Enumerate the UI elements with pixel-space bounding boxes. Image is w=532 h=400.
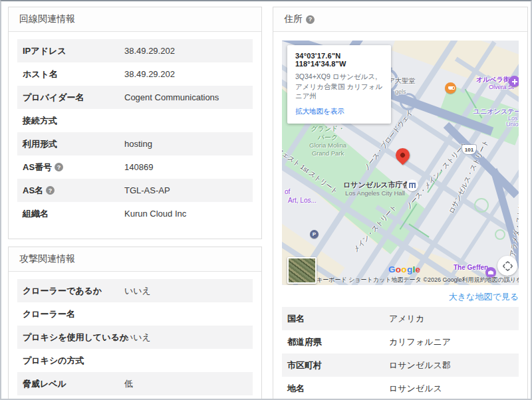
row-label: 市区町村 — [287, 359, 322, 371]
row-value: 低 — [124, 378, 133, 390]
row-value: 38.49.29.202 — [124, 46, 175, 56]
row-label: 地名 — [287, 383, 305, 395]
row-label: プロキシを使用しているか — [23, 332, 128, 344]
table-row: AS番号 140869 — [17, 155, 253, 179]
poi-label-geffen: The Geffen — [454, 264, 488, 271]
row-label: 脅威レベル — [23, 378, 66, 390]
row-value: ロサンゼルス郡 — [389, 359, 451, 371]
row-label: 利用形式 — [23, 138, 57, 150]
row-value: TGL-AS-AP — [124, 185, 170, 195]
row-value: カリフォルニア — [389, 336, 451, 348]
row-label: 都道府県 — [287, 336, 322, 348]
building-glyph — [409, 183, 416, 188]
help-icon[interactable] — [55, 163, 63, 171]
row-label: クローラー名 — [23, 308, 75, 320]
table-row: クローラーであるか いいえ — [17, 279, 253, 302]
table-row: 接続方式 — [17, 109, 253, 132]
row-value: Cogent Communications — [124, 92, 219, 102]
cross-glyph — [512, 79, 517, 84]
cafe-icon[interactable] — [445, 82, 456, 94]
row-value: アメリカ — [389, 313, 424, 325]
ip-info-page: 回線関連情報 IPアドレス 38.49.29.202 ホスト名 — [0, 0, 532, 400]
attribution-link[interactable]: 地図データ ©2026 Google — [391, 276, 462, 284]
row-label: AS番号 — [23, 161, 52, 173]
row-label: プロキシの方式 — [23, 355, 84, 367]
table-row: プロバイダー名 Cogent Communications — [17, 86, 253, 109]
plus-code-address: 3Q34+XQ9 ロサンゼルス, アメリカ合衆国 カリフォルニア州 — [295, 72, 383, 101]
row-value: hosting — [124, 139, 152, 149]
attribution-link[interactable]: 利用規約 — [462, 276, 486, 284]
line-info-card: 回線関連情報 IPアドレス 38.49.29.202 ホスト名 — [8, 7, 262, 239]
satellite-toggle[interactable] — [287, 257, 317, 284]
row-value: いいえ — [124, 332, 151, 344]
map-attribution: キーボード ショートカット地図データ ©2026 Google利用規約地図の誤り… — [317, 276, 517, 284]
address-header: 住所 — [273, 7, 527, 32]
table-row: 利用形式 hosting — [17, 132, 253, 155]
line-info-table: IPアドレス 38.49.29.202 ホスト名 38.49.29.202 — [9, 32, 261, 239]
table-row: 地名 ロサンゼルス — [282, 377, 519, 400]
larger-map-link[interactable]: 大きな地図で見る — [282, 291, 519, 303]
google-map[interactable]: グローリア・ モリーナ・ グランド・ パーク Gloria Molina Gra… — [282, 41, 519, 285]
map-info-window: 34°03'17.6"N 118°14'34.8"W 3Q34+XQ9 ロサンゼ… — [287, 45, 391, 124]
row-label: プロバイダー名 — [23, 92, 84, 104]
poi-label-cathedral-en: gels — [395, 88, 406, 95]
poi-label-city-hall-en: Los Angeles City Hall — [343, 189, 407, 197]
tree-outline — [474, 198, 489, 213]
table-row: 脅威レベル 低 — [17, 372, 253, 395]
address-body: グローリア・ モリーナ・ グランド・ パーク Gloria Molina Gra… — [273, 32, 527, 400]
row-value: 140869 — [124, 162, 153, 172]
row-label: 組織名 — [23, 208, 49, 220]
row-value: いいえ — [124, 285, 151, 297]
table-row: 都道府県 カリフォルニア — [282, 330, 519, 353]
poi-label-union-en2: Union — [506, 121, 519, 128]
row-value: 38.49.29.202 — [124, 69, 175, 79]
attribution-link[interactable]: キーボード ショートカット — [317, 276, 391, 284]
address-card: 住所 — [273, 7, 528, 400]
line-info-header: 回線関連情報 — [9, 7, 261, 32]
park-label-en: Gloria Molina — [298, 142, 358, 150]
table-row: プロキシを使用しているか いいえ — [17, 326, 253, 349]
row-value: ロサンゼルス — [389, 383, 442, 395]
poi-label-cathedral: ア大聖堂 — [388, 76, 415, 86]
historic-site-icon[interactable] — [509, 76, 519, 87]
table-row: プロキシの方式 — [17, 349, 253, 372]
row-label: IPアドレス — [23, 45, 66, 57]
museum-glyph — [488, 270, 493, 274]
address-title: 住所 — [284, 13, 303, 25]
poi-label-city-hall: ロサンゼルス市庁舎 — [343, 180, 407, 190]
table-row: 組織名 Kurun Cloud Inc — [17, 202, 253, 225]
poi-label-art2: Art, Los... — [288, 197, 317, 204]
attack-info-title: 攻撃関連情報 — [19, 253, 75, 265]
poi-label-olvera: オルベラ街 — [476, 75, 510, 84]
fullscreen-button[interactable] — [497, 256, 517, 276]
pan-arrows-icon — [503, 261, 513, 271]
table-row: 市区町村 ロサンゼルス郡 — [282, 353, 519, 377]
attack-info-table: クローラーであるか いいえ クローラー名 プロキシを使用しているか — [9, 272, 261, 400]
attack-info-header: 攻撃関連情報 — [9, 247, 261, 272]
attack-info-card: 攻撃関連情報 クローラーであるか いいえ クローラー名 — [8, 247, 262, 400]
row-label: クローラーであるか — [23, 285, 102, 297]
city-hall-icon[interactable] — [406, 179, 418, 191]
route-101-shield: 101 — [462, 145, 476, 154]
google-logo[interactable]: Google — [388, 264, 420, 274]
row-label: 国名 — [287, 313, 305, 325]
table-row: ホスト名 38.49.29.202 — [17, 62, 253, 86]
attribution-link[interactable]: 地図の誤りを報告する — [486, 276, 519, 284]
coordinates-text: 34°03'17.6"N 118°14'34.8"W — [295, 52, 383, 68]
parking-icon[interactable]: P — [310, 230, 319, 239]
poi-label-art1: of — [285, 188, 290, 195]
help-icon[interactable] — [46, 186, 55, 195]
table-row: IPアドレス 38.49.29.202 — [17, 39, 253, 62]
table-row: 国名 アメリカ — [282, 307, 519, 330]
help-icon[interactable] — [306, 15, 315, 24]
expand-map-link[interactable]: 拡大地図を表示 — [295, 107, 383, 116]
row-value: Kurun Cloud Inc — [124, 209, 186, 219]
cup-glyph — [448, 86, 453, 90]
row-label: AS名 — [23, 185, 43, 197]
row-label: ホスト名 — [23, 68, 58, 80]
line-info-title: 回線関連情報 — [19, 13, 75, 25]
table-row: AS名 TGL-AS-AP — [17, 179, 253, 202]
tree-outline — [495, 229, 505, 240]
table-row: クローラー名 — [17, 302, 253, 326]
row-label: 接続方式 — [23, 115, 57, 127]
